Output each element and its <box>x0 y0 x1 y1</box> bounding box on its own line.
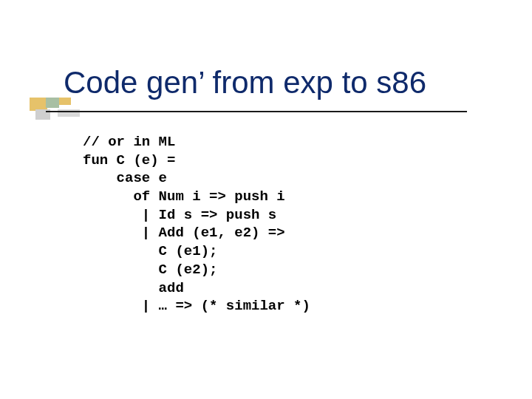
title-underline <box>46 111 467 112</box>
code-line: // or in ML <box>83 134 175 150</box>
title-ornament <box>30 98 72 123</box>
slide: Code gen’ from exp to s86 // or in ML fu… <box>0 0 532 399</box>
code-line: C (e2); <box>83 262 217 278</box>
code-block: // or in ML fun C (e) = case e of Num i … <box>83 133 310 316</box>
slide-title: Code gen’ from exp to s86 <box>64 65 507 100</box>
code-line: fun C (e) = <box>83 152 175 168</box>
ornament-block <box>46 98 59 108</box>
code-line: | … => (* similar *) <box>83 298 310 314</box>
code-line: of Num i => push i <box>83 188 285 205</box>
code-line: case e <box>83 170 167 186</box>
code-line: | Add (e1, e2) => <box>83 225 285 241</box>
code-line: C (e1); <box>83 243 217 259</box>
code-line: add <box>83 280 184 296</box>
code-line: | Id s => push s <box>83 207 276 223</box>
